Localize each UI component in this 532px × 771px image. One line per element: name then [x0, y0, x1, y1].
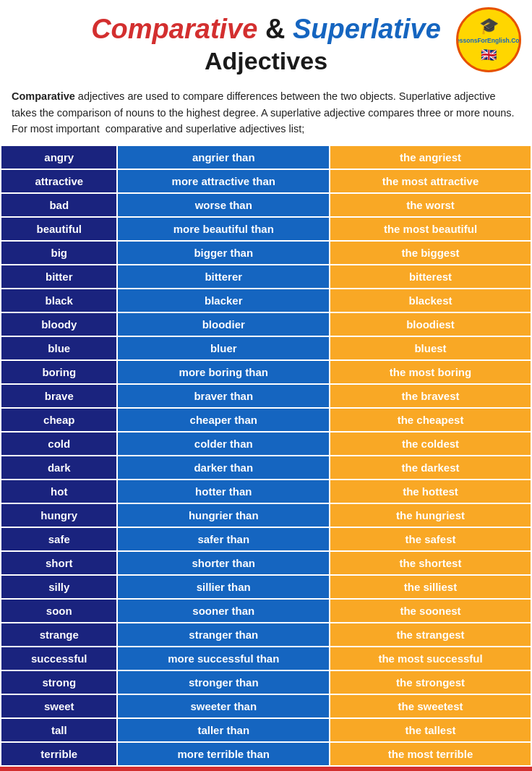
cell-adjective: bitter — [1, 265, 117, 289]
cell-superlative: blackest — [330, 289, 531, 312]
cell-adjective: cheap — [1, 408, 117, 432]
title-adjectives: Adjectives — [14, 46, 518, 76]
cell-adjective: dark — [1, 456, 117, 480]
flag-icon: 🇬🇧 — [481, 47, 497, 63]
cell-superlative: the angriest — [330, 145, 531, 169]
cell-comparative: worse than — [117, 193, 330, 217]
book-icon: 🎓 — [479, 17, 499, 35]
table-row: hungryhungrier thanthe hungriest — [1, 503, 531, 527]
cell-comparative: shorter than — [117, 551, 330, 575]
table-row: angryangrier thanthe angriest — [1, 145, 531, 169]
cell-superlative: the cheapest — [330, 408, 531, 432]
page-wrapper: Comparative & Superlative Adjectives 🎓 L… — [0, 0, 532, 771]
cell-comparative: bloodier — [117, 312, 330, 336]
table-row: attractivemore attractive thanthe most a… — [1, 169, 531, 193]
cell-adjective: angry — [1, 145, 117, 169]
cell-comparative: hungrier than — [117, 503, 330, 527]
cell-superlative: the most beautiful — [330, 217, 531, 241]
cell-comparative: braver than — [117, 384, 330, 408]
cell-adjective: silly — [1, 575, 117, 599]
cell-comparative: sweeter than — [117, 694, 330, 718]
cell-adjective: beautiful — [1, 217, 117, 241]
cell-adjective: boring — [1, 360, 117, 384]
cell-comparative: sillier than — [117, 575, 330, 599]
table-row: sweetsweeter thanthe sweetest — [1, 694, 531, 718]
cell-comparative: bluer — [117, 336, 330, 360]
table-row: successfulmore successful thanthe most s… — [1, 647, 531, 670]
cell-adjective: hot — [1, 480, 117, 503]
cell-comparative: hotter than — [117, 480, 330, 503]
cell-superlative: the strangest — [330, 623, 531, 647]
table-row: terriblemore terrible thanthe most terri… — [1, 742, 531, 766]
table-row: bloodybloodierbloodiest — [1, 312, 531, 336]
cell-adjective: strange — [1, 623, 117, 647]
table-row: soonsooner thanthe soonest — [1, 599, 531, 623]
cell-superlative: the darkest — [330, 456, 531, 480]
table-row: cheapcheaper thanthe cheapest — [1, 408, 531, 432]
cell-comparative: colder than — [117, 432, 330, 456]
table-row: sillysillier thanthe silliest — [1, 575, 531, 599]
cell-adjective: brave — [1, 384, 117, 408]
cell-superlative: the biggest — [330, 241, 531, 265]
cell-adjective: short — [1, 551, 117, 575]
cell-comparative: darker than — [117, 456, 330, 480]
cell-comparative: more successful than — [117, 647, 330, 670]
logo: 🎓 LessonsForEnglish.Com 🇬🇧 — [456, 7, 521, 72]
table-row: strangestranger thanthe strangest — [1, 623, 531, 647]
cell-superlative: the most successful — [330, 647, 531, 670]
header: Comparative & Superlative Adjectives 🎓 L… — [0, 0, 532, 82]
cell-superlative: bitterest — [330, 265, 531, 289]
table-row: boringmore boring thanthe most boring — [1, 360, 531, 384]
cell-adjective: strong — [1, 670, 117, 694]
header-title: Comparative & Superlative Adjectives — [14, 13, 518, 75]
cell-superlative: the worst — [330, 193, 531, 217]
cell-adjective: blue — [1, 336, 117, 360]
table-row: blackblackerblackest — [1, 289, 531, 312]
table-row: safesafer thanthe safest — [1, 527, 531, 551]
cell-adjective: successful — [1, 647, 117, 670]
table-row: bitterbittererbitterest — [1, 265, 531, 289]
cell-superlative: the safest — [330, 527, 531, 551]
footer: www.lessonsforenglish.com — [0, 767, 532, 771]
cell-adjective: hungry — [1, 503, 117, 527]
cell-adjective: safe — [1, 527, 117, 551]
cell-comparative: more attractive than — [117, 169, 330, 193]
cell-comparative: safer than — [117, 527, 330, 551]
cell-comparative: more boring than — [117, 360, 330, 384]
cell-superlative: the most attractive — [330, 169, 531, 193]
cell-superlative: the soonest — [330, 599, 531, 623]
cell-adjective: bloody — [1, 312, 117, 336]
cell-comparative: bitterer — [117, 265, 330, 289]
cell-superlative: the strongest — [330, 670, 531, 694]
cell-comparative: more terrible than — [117, 742, 330, 766]
cell-comparative: more beautiful than — [117, 217, 330, 241]
cell-superlative: the sweetest — [330, 694, 531, 718]
table-row: beautifulmore beautiful thanthe most bea… — [1, 217, 531, 241]
desc-bold: Comparative — [12, 90, 75, 102]
table-row: talltaller thanthe tallest — [1, 718, 531, 742]
description: Comparative adjectives are used to compa… — [0, 82, 532, 144]
cell-superlative: the tallest — [330, 718, 531, 742]
cell-adjective: sweet — [1, 694, 117, 718]
cell-comparative: taller than — [117, 718, 330, 742]
cell-superlative: the shortest — [330, 551, 531, 575]
table-row: coldcolder thanthe coldest — [1, 432, 531, 456]
cell-comparative: stronger than — [117, 670, 330, 694]
cell-comparative: sooner than — [117, 599, 330, 623]
cell-adjective: attractive — [1, 169, 117, 193]
cell-adjective: soon — [1, 599, 117, 623]
table-row: bluebluerbluest — [1, 336, 531, 360]
table-row: bravebraver thanthe bravest — [1, 384, 531, 408]
table-row: badworse thanthe worst — [1, 193, 531, 217]
cell-adjective: cold — [1, 432, 117, 456]
title-superlative: Superlative — [293, 14, 441, 44]
cell-superlative: bloodiest — [330, 312, 531, 336]
cell-superlative: the silliest — [330, 575, 531, 599]
cell-adjective: big — [1, 241, 117, 265]
cell-adjective: bad — [1, 193, 117, 217]
cell-superlative: the hungriest — [330, 503, 531, 527]
cell-superlative: the most boring — [330, 360, 531, 384]
cell-comparative: bigger than — [117, 241, 330, 265]
cell-superlative: the bravest — [330, 384, 531, 408]
cell-superlative: the hottest — [330, 480, 531, 503]
